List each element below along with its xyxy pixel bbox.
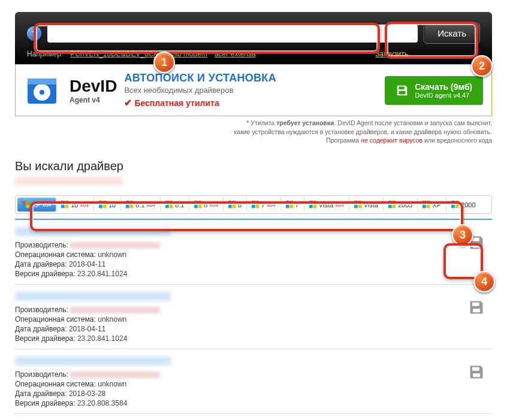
- promo-free: ✔Бесплатная утилита: [124, 97, 378, 108]
- svg-rect-28: [228, 201, 232, 204]
- example-link-3[interactable]: acer extensa: [215, 50, 256, 58]
- result-item: Производитель: Операционная система: unk…: [15, 220, 492, 285]
- svg-rect-56: [451, 201, 455, 204]
- svg-rect-15: [102, 205, 106, 209]
- os-tab-7[interactable]: 7: [281, 198, 304, 211]
- os-tab-8[interactable]: 8: [224, 198, 247, 211]
- download-label: Скачать (9мб): [415, 82, 472, 92]
- example-link-1[interactable]: PCI\VEN_10DE&DEV_0CA3: [70, 50, 162, 58]
- header-bar: ? Искать Например: PCI\VEN_10DE&DEV_0CA3…: [15, 12, 492, 64]
- svg-rect-4: [22, 201, 26, 204]
- svg-rect-42: [309, 205, 313, 209]
- svg-rect-48: [388, 201, 392, 204]
- svg-rect-31: [232, 205, 236, 209]
- os-tab-2003[interactable]: 2003: [384, 198, 418, 211]
- download-agent-button[interactable]: Скачать (9мб) DevID agent v4.47: [385, 76, 483, 105]
- example-row: Например: PCI\VEN_10DE&DEV_0CA3 usb mode…: [27, 50, 480, 58]
- floppy-icon: [396, 84, 409, 97]
- example-label: Например:: [27, 50, 63, 58]
- svg-rect-33: [256, 201, 259, 204]
- svg-rect-38: [286, 205, 289, 209]
- svg-rect-58: [451, 205, 455, 209]
- disclaimer: * Утилита требует установки. DevID Agent…: [15, 119, 492, 145]
- result-item: Производитель: Операционная система: unk…: [15, 349, 492, 414]
- svg-rect-22: [165, 205, 169, 209]
- svg-rect-44: [354, 201, 358, 204]
- svg-rect-13: [102, 201, 106, 204]
- os-tab-xp[interactable]: XP: [418, 198, 446, 211]
- promo-banner: DevID Agent v4 АВТОПОИСК И УСТАНОВКА Все…: [15, 64, 492, 116]
- promo-subline: Всех необходимых драйверов: [124, 86, 378, 95]
- svg-rect-51: [392, 205, 396, 209]
- os-tab-2000[interactable]: 2000: [446, 198, 480, 211]
- svg-rect-8: [61, 201, 65, 204]
- svg-rect-54: [422, 205, 426, 209]
- svg-rect-34: [252, 205, 255, 209]
- svg-rect-3: [28, 78, 56, 84]
- query-blurred: [15, 177, 123, 185]
- svg-rect-17: [130, 201, 134, 204]
- page-title: Вы искали драйвер: [15, 159, 492, 173]
- svg-rect-52: [422, 201, 426, 204]
- svg-point-2: [40, 90, 44, 95]
- manufacturer-blurred: [70, 371, 160, 378]
- svg-rect-26: [194, 205, 198, 209]
- logo-text: DevID: [70, 77, 117, 96]
- svg-rect-16: [126, 201, 129, 204]
- svg-rect-30: [228, 205, 232, 209]
- svg-rect-5: [26, 201, 30, 204]
- svg-rect-9: [65, 201, 69, 204]
- os-tab-8.1[interactable]: 8.1: [161, 198, 189, 211]
- os-tab-8-x64[interactable]: 8x64: [189, 198, 224, 211]
- svg-rect-23: [170, 205, 173, 209]
- example-link-2[interactable]: usb modem: [170, 50, 207, 58]
- svg-rect-49: [392, 201, 396, 204]
- search-input[interactable]: [47, 25, 418, 43]
- svg-rect-11: [65, 205, 69, 209]
- svg-rect-29: [232, 201, 236, 204]
- promo-headline: АВТОПОИСК И УСТАНОВКА: [124, 72, 378, 84]
- svg-rect-6: [22, 205, 26, 209]
- result-item: Производитель: Операционная система: unk…: [15, 285, 492, 349]
- manufacturer-blurred: [70, 307, 160, 313]
- svg-rect-50: [388, 205, 392, 209]
- svg-rect-40: [309, 201, 313, 204]
- os-tab-vista[interactable]: Vista: [349, 198, 384, 211]
- svg-rect-7: [26, 205, 30, 209]
- svg-rect-18: [126, 205, 129, 209]
- svg-rect-19: [130, 205, 134, 209]
- result-title-blurred: [15, 292, 171, 301]
- os-tab-10[interactable]: 10: [94, 198, 121, 211]
- svg-rect-57: [455, 201, 459, 204]
- download-sub: DevID agent v4.47: [415, 92, 472, 99]
- box-icon: [24, 72, 60, 108]
- os-tab-xp-x64[interactable]: XPx64: [17, 198, 56, 211]
- result-title-blurred: [15, 356, 171, 365]
- os-tabs: XPx6410x64108.1x648.18x6487x647Vistax64V…: [15, 195, 492, 214]
- result-title-blurred: [15, 227, 171, 236]
- promo-title: DevID Agent v4: [70, 77, 117, 104]
- download-driver-button[interactable]: [468, 299, 486, 317]
- search-button[interactable]: Искать: [424, 23, 480, 44]
- os-tab-10-x64[interactable]: 10x64: [56, 198, 94, 211]
- svg-rect-39: [289, 205, 293, 209]
- os-tab-8.1-x64[interactable]: 8.1x64: [121, 198, 161, 211]
- svg-rect-45: [358, 201, 361, 204]
- logo-sub: Agent v4: [70, 96, 117, 104]
- upload-link[interactable]: Загрузить: [375, 50, 408, 58]
- svg-rect-21: [170, 201, 173, 204]
- download-driver-button[interactable]: [468, 234, 486, 252]
- svg-rect-32: [252, 201, 255, 204]
- download-driver-button[interactable]: [468, 364, 486, 382]
- svg-rect-24: [194, 201, 198, 204]
- svg-rect-12: [99, 201, 102, 204]
- svg-rect-14: [99, 205, 102, 209]
- help-icon[interactable]: ?: [27, 26, 41, 41]
- svg-rect-25: [198, 201, 202, 204]
- svg-rect-27: [198, 205, 202, 209]
- os-tab-vista-x64[interactable]: Vistax64: [304, 198, 349, 211]
- svg-rect-53: [427, 201, 430, 204]
- svg-rect-10: [61, 205, 65, 209]
- os-tab-7-x64[interactable]: 7x64: [247, 198, 281, 211]
- svg-rect-59: [455, 205, 459, 209]
